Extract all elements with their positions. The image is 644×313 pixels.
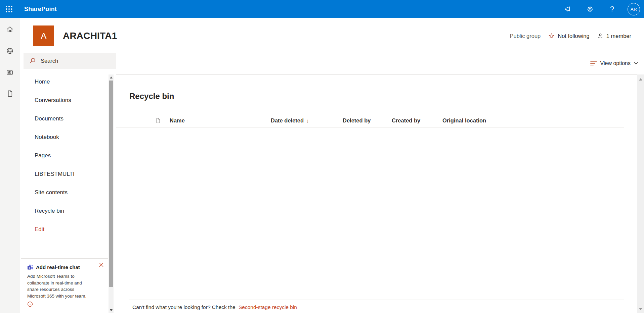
brand-title[interactable]: SharePoint [24, 6, 57, 13]
nav-item-home[interactable]: Home [20, 72, 116, 91]
page-scroll-down-button[interactable] [637, 307, 644, 311]
megaphone-icon [564, 5, 572, 13]
settings-button[interactable] [583, 2, 597, 16]
home-icon [6, 25, 14, 34]
view-options-icon [590, 61, 597, 66]
group-privacy-label: Public group [510, 33, 541, 39]
rail-news-button[interactable] [6, 68, 14, 76]
nav-item-libtestmulti[interactable]: LIBTESTMULTI [20, 165, 116, 183]
nav-item-site-contents[interactable]: Site contents [20, 183, 116, 202]
info-icon [27, 301, 33, 307]
view-options-label: View options [600, 60, 631, 66]
gear-icon [586, 5, 594, 13]
nav-item-recycle-bin[interactable]: Recycle bin [20, 202, 116, 220]
nav-item-pages[interactable]: Pages [20, 146, 116, 165]
document-icon [155, 117, 161, 124]
waffle-icon [5, 5, 13, 13]
sidebar-scroll-down-button[interactable] [109, 308, 114, 313]
globe-icon [6, 47, 14, 55]
news-icon [6, 68, 14, 76]
site-logo[interactable]: A [33, 25, 54, 46]
nav-edit-link[interactable]: Edit [20, 220, 116, 239]
page-title: Recycle bin [129, 92, 637, 101]
rail-sites-button[interactable] [6, 46, 14, 55]
sidebar-scroll-up-button[interactable] [109, 75, 114, 80]
members-label: 1 member [606, 33, 631, 39]
teams-icon [27, 264, 34, 270]
teams-promo-card: Add real-time chat Add Microsoft Teams t… [21, 258, 108, 313]
column-header-created-by[interactable]: Created by [392, 117, 442, 124]
triangle-down-icon [110, 309, 113, 311]
promo-body: Add Microsoft Teams to collaborate in re… [27, 273, 88, 299]
column-header-original-location[interactable]: Original location [442, 117, 486, 124]
help-button[interactable]: ? [605, 2, 619, 16]
triangle-up-icon [110, 76, 113, 79]
footer-text: Can't find what you're looking for? Chec… [132, 304, 235, 310]
nav-item-documents[interactable]: Documents [20, 109, 116, 128]
file-icon [6, 90, 14, 98]
members-button[interactable]: 1 member [597, 33, 631, 39]
page-scrollbar[interactable] [637, 74, 644, 313]
triangle-down-icon [639, 308, 642, 310]
content-footer: Can't find what you're looking for? Chec… [129, 300, 624, 310]
sidebar-scrollbar[interactable] [109, 74, 114, 313]
chevron-down-icon [634, 62, 638, 65]
column-header-name[interactable]: Name [170, 117, 271, 124]
close-icon [99, 263, 103, 267]
promo-close-button[interactable] [98, 261, 104, 268]
nav-item-notebook[interactable]: Notebook [20, 128, 116, 146]
search-icon [29, 57, 36, 64]
sidebar-scrollbar-thumb[interactable] [109, 81, 113, 287]
star-icon [548, 33, 555, 40]
promo-title: Add real-time chat [36, 264, 80, 270]
follow-label: Not following [558, 33, 589, 39]
site-title[interactable]: ARACHITA1 [63, 31, 117, 41]
nav-item-conversations[interactable]: Conversations [20, 91, 116, 109]
rail-home-button[interactable] [6, 25, 14, 34]
person-icon [597, 33, 604, 39]
column-header-deleted-by[interactable]: Deleted by [343, 117, 392, 124]
search-input[interactable] [41, 58, 108, 64]
second-stage-recycle-bin-link[interactable]: Second-stage recycle bin [239, 304, 297, 310]
account-avatar[interactable]: AR [628, 3, 640, 15]
site-navigation: Home Conversations Documents Notebook Pa… [20, 74, 116, 313]
column-header-type[interactable] [155, 117, 170, 124]
help-icon: ? [610, 5, 614, 13]
site-search[interactable] [24, 53, 116, 69]
suite-top-bar: SharePoint ? AR [0, 0, 644, 18]
view-options-button[interactable]: View options [590, 57, 638, 69]
table-header-row: Name Date deleted ↓ Deleted by Created b… [116, 114, 624, 128]
app-rail [0, 18, 20, 313]
site-header: A ARACHITA1 Public group Not following [20, 18, 644, 53]
rail-documents-button[interactable] [6, 89, 14, 98]
triangle-up-icon [639, 78, 642, 81]
recycle-bin-content: Recycle bin Name Date deleted ↓ [116, 74, 637, 313]
promo-info-button[interactable] [27, 301, 33, 307]
page-scroll-up-button[interactable] [637, 77, 644, 82]
app-launcher-button[interactable] [0, 0, 18, 18]
announcements-button[interactable] [561, 2, 574, 16]
follow-button[interactable]: Not following [548, 33, 589, 40]
sort-descending-icon: ↓ [306, 118, 309, 123]
column-header-date-deleted[interactable]: Date deleted ↓ [271, 117, 343, 124]
